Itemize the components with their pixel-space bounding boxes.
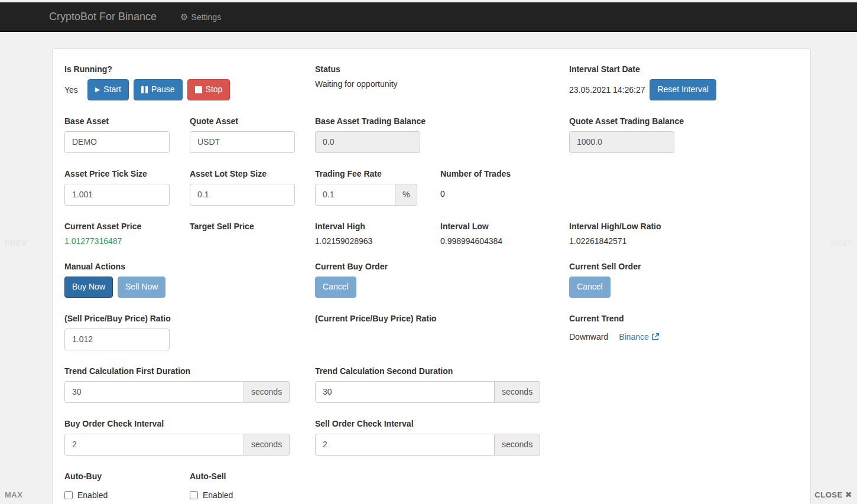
auto-buy-label: Auto-Buy [64, 472, 190, 481]
status-value: Waiting for opportunity [315, 79, 569, 89]
trend-second-duration-label: Trend Calculation Second Duration [315, 366, 569, 376]
hl-ratio-value: 1.02261842571 [569, 236, 798, 246]
cancel-sell-order-button[interactable]: Cancel [569, 277, 611, 298]
sell-buy-ratio-input[interactable] [64, 329, 170, 350]
is-running-label: Is Running? [64, 64, 315, 74]
nav-settings-label: Settings [191, 12, 222, 22]
interval-start-date-label: Interval Start Date [569, 64, 798, 74]
sell-check-interval-input[interactable] [315, 434, 495, 456]
is-running-value: Yes [64, 85, 78, 95]
trend-first-duration-input[interactable] [64, 381, 244, 403]
quote-balance-label: Quote Asset Trading Balance [569, 116, 798, 126]
current-buy-order-label: Current Buy Order [315, 262, 569, 271]
trend-first-duration-label: Trend Calculation First Duration [64, 366, 315, 376]
buy-now-button[interactable]: Buy Now [64, 277, 113, 298]
auto-sell-label: Auto-Sell [190, 472, 315, 481]
num-trades-label: Number of Trades [440, 169, 569, 178]
lot-step-input[interactable] [190, 184, 295, 206]
trend-first-duration-unit: seconds [244, 381, 290, 403]
stop-button-label: Stop [206, 84, 223, 96]
trend-second-duration-input[interactable] [315, 381, 495, 403]
base-balance-label: Base Asset Trading Balance [315, 116, 569, 126]
buy-check-interval-input[interactable] [64, 434, 244, 456]
current-trend-label: Current Trend [569, 314, 798, 323]
quote-balance-input [569, 131, 674, 153]
viewer-close-label: CLOSE [814, 490, 842, 499]
viewer-next-button[interactable]: NEXT [830, 239, 852, 248]
cancel-buy-order-button[interactable]: Cancel [315, 277, 356, 298]
buy-check-interval-label: Buy Order Check Interval [64, 419, 315, 428]
play-icon: ▶ [95, 86, 100, 93]
viewer-close-button[interactable]: CLOSE ✖ [814, 490, 852, 499]
reset-interval-button[interactable]: Reset Interval [650, 79, 716, 100]
quote-asset-input[interactable] [190, 131, 295, 153]
manual-actions-label: Manual Actions [64, 262, 315, 271]
buy-check-interval-unit: seconds [244, 434, 290, 456]
interval-high-label: Interval High [315, 222, 440, 231]
sell-check-interval-unit: seconds [495, 434, 540, 456]
quote-asset-label: Quote Asset [190, 116, 315, 126]
interval-start-date-value: 23.05.2021 14:26:27 [569, 85, 645, 95]
num-trades-value: 0 [440, 189, 569, 199]
auto-sell-checkbox[interactable] [190, 491, 198, 499]
hl-ratio-label: Interval High/Low Ratio [569, 222, 798, 231]
app-title[interactable]: CryptoBot For Binance [49, 11, 157, 23]
current-price-value: 1.01277316487 [64, 236, 190, 246]
current-sell-order-label: Current Sell Order [569, 262, 798, 271]
current-price-label: Current Asset Price [64, 222, 190, 231]
sell-now-label: Sell Now [125, 281, 158, 293]
sell-now-button[interactable]: Sell Now [118, 277, 165, 298]
gear-icon: ⚙ [180, 12, 188, 22]
stop-icon [195, 86, 202, 93]
auto-buy-checkbox-label: Enabled [77, 490, 108, 500]
base-balance-input [315, 131, 420, 153]
navbar: CryptoBot For Binance ⚙ Settings [0, 2, 857, 32]
cancel-buy-order-label: Cancel [323, 281, 349, 293]
interval-high-value: 1.02159028963 [315, 236, 440, 246]
base-asset-input[interactable] [64, 131, 170, 153]
cancel-sell-order-label: Cancel [577, 281, 603, 293]
start-button[interactable]: ▶ Start [87, 79, 129, 100]
buy-now-label: Buy Now [72, 281, 105, 293]
viewer-prev-button[interactable]: PREV [5, 239, 27, 248]
start-button-label: Start [103, 84, 121, 96]
tick-size-input[interactable] [64, 184, 170, 206]
interval-low-value: 0.998994604384 [440, 236, 569, 246]
pause-button-label: Pause [151, 84, 175, 96]
lot-step-label: Asset Lot Step Size [190, 169, 315, 178]
binance-link-label: Binance [619, 332, 649, 342]
stop-button[interactable]: Stop [187, 79, 231, 100]
auto-buy-checkbox[interactable] [64, 491, 73, 499]
close-icon: ✖ [845, 490, 852, 499]
sell-check-interval-label: Sell Order Check Interval [315, 419, 569, 428]
interval-low-label: Interval Low [440, 222, 569, 231]
cur-buy-ratio-label: (Current Price/Buy Price) Ratio [315, 314, 569, 323]
sell-buy-ratio-label: (Sell Price/Buy Price) Ratio [64, 314, 315, 323]
current-trend-value: Downward [569, 332, 608, 342]
fee-rate-label: Trading Fee Rate [315, 169, 440, 178]
target-sell-label: Target Sell Price [190, 222, 315, 231]
pause-button[interactable]: Pause [134, 79, 183, 100]
tick-size-label: Asset Price Tick Size [64, 169, 190, 178]
base-asset-label: Base Asset [64, 116, 190, 126]
fee-rate-input[interactable] [315, 184, 395, 206]
status-label: Status [315, 64, 569, 74]
auto-sell-checkbox-label: Enabled [203, 490, 233, 500]
fee-rate-unit: % [395, 184, 417, 206]
pause-icon [141, 86, 148, 93]
viewer-max-button[interactable]: MAX [5, 490, 22, 499]
external-link-icon [651, 333, 660, 341]
nav-settings[interactable]: ⚙ Settings [180, 12, 221, 22]
bot-panel: Is Running? Yes ▶ Start Pause Stop Statu… [52, 48, 811, 504]
reset-interval-label: Reset Interval [657, 84, 708, 96]
trend-second-duration-unit: seconds [495, 381, 540, 403]
binance-link[interactable]: Binance [619, 332, 660, 342]
